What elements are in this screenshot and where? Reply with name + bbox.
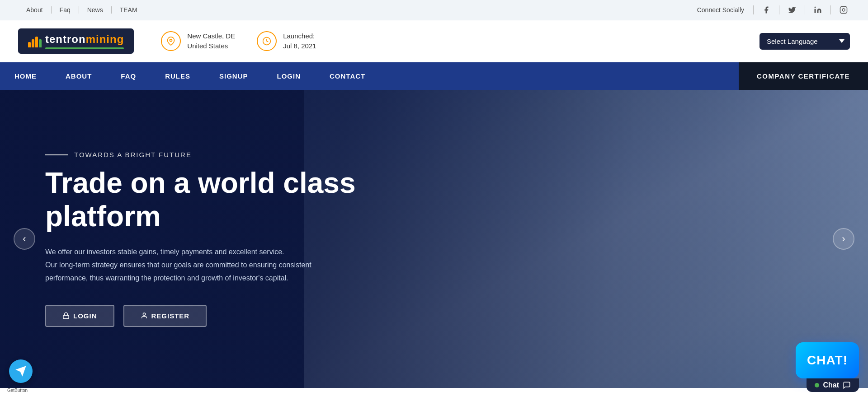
desc-line-3: performance, thus warranting the protect… (45, 272, 326, 285)
bar-4 (39, 39, 42, 47)
language-select[interactable]: Select LanguageEnglishSpanishFrenchGerma… (760, 33, 850, 50)
launched-info: Launched: Jul 8, 2021 (257, 31, 316, 51)
user-icon (141, 312, 148, 319)
facebook-icon[interactable] (760, 4, 773, 16)
green-line (45, 47, 124, 49)
divider (779, 5, 779, 14)
chat-label: Chat (823, 381, 839, 388)
chat-bubble[interactable]: CHAT! (796, 342, 859, 378)
chat-status-dot (815, 383, 819, 387)
chat-icon (843, 381, 851, 388)
svg-point-0 (815, 7, 816, 8)
hero-buttons: LOGIN REGISTER (45, 305, 362, 327)
desc-line-2: Our long-term strategy ensures that our … (45, 259, 326, 272)
linkedin-icon[interactable] (811, 4, 824, 16)
launched-text: Launched: Jul 8, 2021 (283, 31, 316, 51)
launched-label: Launched: (283, 31, 316, 42)
lock-icon (62, 312, 70, 319)
chat-widget: CHAT! Chat (796, 342, 859, 388)
nav-contact[interactable]: CONTACT (315, 62, 380, 90)
clock-icon (257, 31, 277, 51)
nav-rules[interactable]: RULES (151, 62, 205, 90)
telegram-button[interactable] (9, 359, 33, 383)
top-nav-links: About Faq News TEAM (18, 6, 146, 14)
city: New Castle, DE (187, 31, 235, 42)
logo[interactable]: tentronmining (18, 28, 134, 54)
hero-description: We offer our investors stable gains, tim… (45, 246, 326, 284)
hero-section: ‹ TOWARDS A BRIGHT FUTURE Trade on a wor… (0, 90, 868, 388)
logo-name: tentronmining (45, 33, 124, 49)
location-info: New Castle, DE United States (161, 31, 235, 51)
register-button[interactable]: REGISTER (123, 305, 207, 327)
nav-team[interactable]: TEAM (112, 6, 146, 14)
login-label: LOGIN (73, 312, 97, 320)
bar-3 (35, 37, 38, 47)
location-icon (161, 31, 181, 51)
logo-text: tentronmining (28, 33, 124, 49)
divider (753, 5, 754, 14)
twitter-icon[interactable] (786, 4, 798, 16)
top-bar: About Faq News TEAM Connect Socially (0, 0, 868, 20)
svg-rect-1 (840, 7, 847, 14)
social-links: Connect Socially (697, 4, 850, 16)
divider (805, 5, 805, 14)
nav-about[interactable]: ABOUT (51, 62, 106, 90)
nav-company-certificate[interactable]: COMPANY CERTIFICATE (739, 62, 868, 90)
svg-point-3 (170, 39, 172, 42)
header-info: New Castle, DE United States Launched: J… (161, 31, 732, 51)
bar-2 (32, 39, 34, 47)
nav-news[interactable]: News (79, 6, 112, 14)
nav-about[interactable]: About (18, 6, 52, 14)
nav-signup[interactable]: SIGNUP (205, 62, 263, 90)
chat-bar[interactable]: Chat (807, 378, 859, 388)
location-text: New Castle, DE United States (187, 31, 235, 51)
subtitle-line (45, 154, 68, 155)
svg-rect-5 (63, 316, 69, 319)
bar-1 (28, 42, 31, 47)
hero-title: Trade on a world class platform (45, 167, 362, 233)
nav-faq[interactable]: FAQ (106, 62, 151, 90)
nav-login[interactable]: LOGIN (263, 62, 316, 90)
country: United States (187, 41, 235, 51)
divider (830, 5, 831, 14)
telegram-icon (14, 365, 27, 378)
nav-left: HOME ABOUT FAQ RULES SIGNUP LOGIN CONTAC… (0, 62, 739, 90)
launched-date: Jul 8, 2021 (283, 41, 316, 51)
subtitle-text: TOWARDS A BRIGHT FUTURE (74, 151, 192, 159)
connect-label: Connect Socially (697, 6, 744, 14)
navbar: HOME ABOUT FAQ RULES SIGNUP LOGIN CONTAC… (0, 62, 868, 90)
instagram-icon[interactable] (837, 4, 850, 16)
hero-subtitle: TOWARDS A BRIGHT FUTURE (45, 151, 362, 159)
register-label: REGISTER (151, 312, 190, 320)
carousel-prev-button[interactable]: ‹ (14, 228, 35, 250)
nav-faq[interactable]: Faq (52, 6, 79, 14)
hero-content: TOWARDS A BRIGHT FUTURE Trade on a world… (0, 151, 407, 327)
nav-home[interactable]: HOME (0, 62, 51, 90)
logo-icon (28, 35, 42, 47)
svg-point-6 (143, 313, 145, 315)
login-button[interactable]: LOGIN (45, 305, 114, 327)
header: tentronmining New Castle, DE United Stat… (0, 20, 868, 62)
desc-line-1: We offer our investors stable gains, tim… (45, 246, 326, 259)
carousel-next-button[interactable]: › (833, 228, 854, 250)
